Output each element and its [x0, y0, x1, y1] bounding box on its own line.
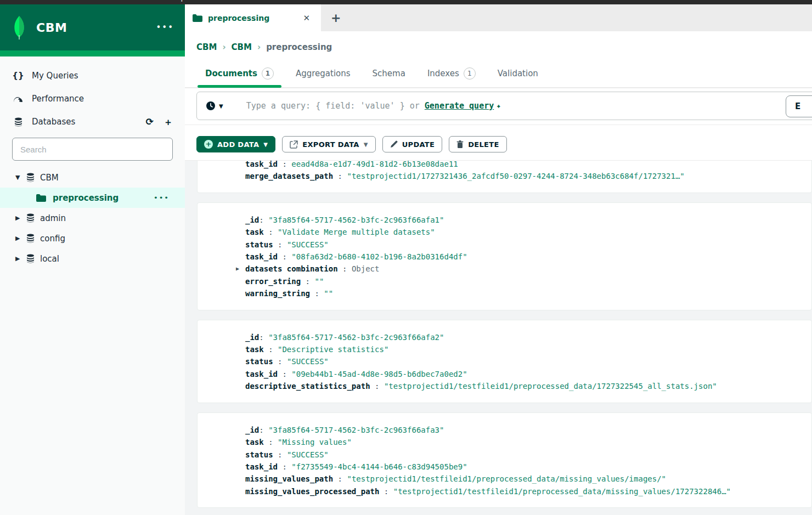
explain-button[interactable]: E: [786, 95, 812, 117]
menu-edit[interactable]: Edit: [57, 0, 71, 2]
field-value[interactable]: "SUCCESS": [287, 357, 329, 366]
generate-query-link[interactable]: Generate query: [425, 101, 494, 111]
field-row[interactable]: ▶datasets combination : Object: [198, 263, 811, 275]
sidebar-item-databases[interactable]: Databases ⟳ ＋: [0, 110, 185, 133]
field-value[interactable]: "08fa63d2-b680-4102-b196-8a2b0316d4df": [291, 252, 467, 261]
query-input-bar[interactable]: ▼ Type a query: { field: 'value' } or Ge…: [196, 92, 812, 120]
field-row[interactable]: task : "Descriptive statistics": [198, 343, 811, 355]
field-row[interactable]: task : "Missing values": [198, 436, 811, 448]
document-list[interactable]: task_id : eead4d8a-e1d7-49d1-81d2-6b13e0…: [185, 160, 812, 515]
database-icon: [26, 234, 35, 243]
document-card[interactable]: _id: "3fa85f64-5717-4562-b3fc-2c963f66af…: [197, 412, 812, 508]
delete-button[interactable]: DELETE: [449, 136, 506, 152]
field-row[interactable]: task_id : eead4d8a-e1d7-49d1-81d2-6b13e0…: [198, 160, 811, 170]
sidebar-item-performance[interactable]: Performance: [0, 87, 185, 110]
field-row[interactable]: _id: "3fa85f64-5717-4562-b3fc-2c963f66af…: [198, 214, 811, 226]
chevron-down-icon[interactable]: ▼: [15, 174, 23, 181]
field-row[interactable]: task_id : "09eb44b1-45ad-4d8e-98d5-b6dbe…: [198, 368, 811, 380]
field-row[interactable]: missing_values_processed_path : "testpro…: [198, 485, 811, 497]
export-data-button[interactable]: EXPORT DATA ▼: [282, 136, 375, 152]
database-icon: [26, 173, 35, 182]
menu-help[interactable]: Help: [169, 0, 185, 2]
collection-menu-button[interactable]: •••: [154, 194, 170, 202]
tab-documents[interactable]: Documents 1: [196, 62, 283, 87]
tab-indexes[interactable]: Indexes 1: [419, 62, 484, 87]
field-value[interactable]: "f2735549-4bc4-4144-b646-c83d94505be9": [291, 462, 467, 471]
tree-collection-preprocessing[interactable]: preprocessing •••: [0, 188, 185, 208]
field-row[interactable]: status : "SUCCESS": [198, 355, 811, 367]
sparkle-icon: ✦: [496, 101, 501, 111]
field-value[interactable]: "09eb44b1-45ad-4d8e-98d5-b6dbec7a0ed2": [291, 370, 467, 378]
tab-schema[interactable]: Schema: [364, 62, 414, 87]
document-card[interactable]: _id: "3fa85f64-5717-4562-b3fc-2c963f66af…: [197, 202, 812, 310]
field-separator: :: [278, 462, 291, 471]
tree-database-cbm[interactable]: ▼ CBM: [0, 167, 185, 188]
field-separator: :: [264, 438, 278, 446]
field-separator: :: [278, 160, 291, 168]
field-row[interactable]: _id: "3fa85f64-5717-4562-b3fc-2c963f66af…: [198, 331, 811, 343]
new-tab-button[interactable]: +: [321, 8, 351, 28]
menu-view[interactable]: View: [86, 0, 103, 2]
chevron-right-icon[interactable]: ▶: [15, 214, 23, 222]
close-tab-icon[interactable]: ✕: [300, 12, 313, 24]
field-value[interactable]: "": [314, 277, 324, 286]
tab-aggregations[interactable]: Aggregations: [287, 62, 359, 87]
field-row[interactable]: status : "SUCCESS": [198, 449, 811, 461]
field-value[interactable]: "3fa85f64-5717-4562-b3fc-2c963f66afa1": [268, 216, 444, 224]
query-history-button[interactable]: ▼: [206, 101, 223, 111]
breadcrumb-connection[interactable]: CBM: [196, 42, 217, 52]
field-value[interactable]: eead4d8a-e1d7-49d1-81d2-6b13e08dae11: [291, 160, 458, 168]
update-button[interactable]: UPDATE: [382, 136, 442, 152]
breadcrumb-collection: preprocessing: [266, 42, 332, 52]
field-value[interactable]: "testprojectid1/testfileid1/preprocessed…: [393, 487, 731, 496]
field-value[interactable]: "SUCCESS": [287, 240, 329, 249]
tab-label: Indexes: [427, 69, 459, 78]
search-input[interactable]: [12, 138, 173, 161]
field-row[interactable]: task_id : "f2735549-4bc4-4144-b646-c83d9…: [198, 461, 811, 473]
menu-connect[interactable]: Connect: [12, 0, 42, 2]
add-data-label: ADD DATA: [217, 140, 259, 149]
expand-field-icon[interactable]: ▶: [236, 263, 239, 275]
field-row[interactable]: error_string : "": [198, 275, 811, 287]
field-value[interactable]: "Validate Merge multiple datasets": [278, 228, 435, 236]
field-value[interactable]: "SUCCESS": [287, 450, 329, 459]
field-row[interactable]: task_id : "08fa63d2-b680-4102-b196-8a2b0…: [198, 251, 811, 263]
create-database-icon[interactable]: ＋: [163, 116, 173, 128]
field-key: _id: [245, 333, 259, 342]
breadcrumb-database[interactable]: CBM: [232, 42, 252, 52]
menu-collection[interactable]: Collection: [119, 0, 154, 2]
field-value[interactable]: "Missing values": [278, 438, 352, 446]
field-row[interactable]: task : "Validate Merge multiple datasets…: [198, 226, 811, 238]
workspace-tab-preprocessing[interactable]: preprocessing ✕: [185, 4, 321, 31]
field-key: status: [245, 357, 273, 366]
tree-database-admin[interactable]: ▶ admin: [0, 208, 185, 228]
field-row[interactable]: _id: "3fa85f64-5717-4562-b3fc-2c963f66af…: [198, 424, 811, 436]
field-row[interactable]: merge_datasets_path : "testprojectid1/17…: [198, 170, 811, 182]
tree-database-local[interactable]: ▶ local: [0, 248, 185, 269]
chevron-right-icon[interactable]: ▶: [15, 235, 23, 242]
document-card[interactable]: task_id : eead4d8a-e1d7-49d1-81d2-6b13e0…: [197, 160, 812, 193]
field-value[interactable]: "testprojectid1/testfileid1/preprocessed…: [347, 474, 666, 483]
field-row[interactable]: missing_values_path : "testprojectid1/te…: [198, 473, 811, 485]
field-row[interactable]: status : "SUCCESS": [198, 239, 811, 251]
field-value[interactable]: "3fa85f64-5717-4562-b3fc-2c963f66afa3": [268, 426, 444, 434]
tree-database-config[interactable]: ▶ config: [0, 228, 185, 248]
field-key: missing_values_path: [245, 474, 333, 483]
field-value[interactable]: "testprojectid1/testfileid1/preprocessed…: [384, 382, 717, 391]
field-value[interactable]: "": [324, 289, 333, 298]
tab-validation[interactable]: Validation: [489, 62, 547, 87]
chevron-right-icon[interactable]: ▶: [15, 255, 23, 262]
sidebar-item-my-queries[interactable]: {} My Queries: [0, 64, 185, 87]
field-value[interactable]: "Descriptive statistics": [278, 345, 388, 354]
field-row[interactable]: descriptive_statistics_path : "testproje…: [198, 380, 811, 392]
field-value[interactable]: Object: [352, 264, 380, 273]
document-card[interactable]: _id: "3fa85f64-5717-4562-b3fc-2c963f66af…: [197, 320, 812, 403]
field-value[interactable]: "3fa85f64-5717-4562-b3fc-2c963f66afa2": [268, 333, 444, 342]
connection-menu-button[interactable]: •••: [156, 22, 174, 32]
add-data-button[interactable]: + ADD DATA ▼: [196, 136, 275, 152]
documents-count-badge: 1: [262, 67, 274, 80]
field-row[interactable]: warning_string : "": [198, 287, 811, 299]
field-value[interactable]: "testprojectid1/1727321436_2afcdf50-0297…: [347, 172, 684, 180]
refresh-databases-icon[interactable]: ⟳: [146, 116, 154, 127]
export-data-label: EXPORT DATA: [302, 140, 359, 149]
